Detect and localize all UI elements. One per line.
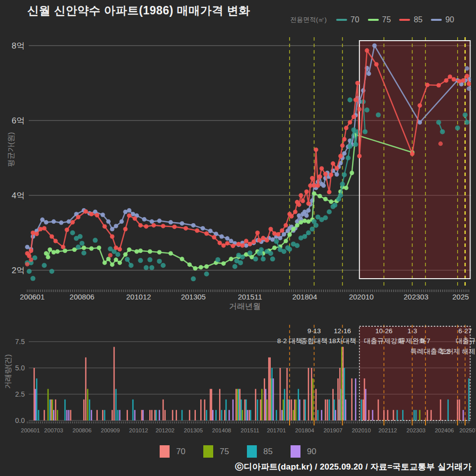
data-point[interactable] xyxy=(310,227,315,232)
data-point[interactable] xyxy=(348,144,353,149)
volume-bar-85[interactable] xyxy=(156,410,157,420)
data-point[interactable] xyxy=(52,250,56,254)
volume-bar-70[interactable] xyxy=(287,368,288,420)
volume-bar-85[interactable] xyxy=(181,410,183,420)
volume-bar-90[interactable] xyxy=(321,410,322,420)
volume-bar-85[interactable] xyxy=(245,400,247,420)
data-point[interactable] xyxy=(61,245,65,249)
data-point[interactable] xyxy=(225,241,230,245)
data-point[interactable] xyxy=(114,224,118,228)
data-point[interactable] xyxy=(42,263,47,268)
volume-bar-75[interactable] xyxy=(52,400,54,420)
data-point[interactable] xyxy=(364,108,369,113)
volume-bar-70[interactable] xyxy=(337,378,339,420)
volume-bar-85[interactable] xyxy=(402,410,404,420)
data-point[interactable] xyxy=(157,219,162,223)
data-point[interactable] xyxy=(366,71,371,76)
data-point[interactable] xyxy=(317,194,322,198)
data-point[interactable] xyxy=(348,97,353,102)
volume-bar-75[interactable] xyxy=(419,410,420,420)
volume-bar-70[interactable] xyxy=(294,400,296,420)
data-point[interactable] xyxy=(452,77,456,81)
data-point[interactable] xyxy=(169,251,173,256)
volume-bar-85[interactable] xyxy=(468,378,470,420)
data-point[interactable] xyxy=(410,152,415,156)
data-point[interactable] xyxy=(180,257,184,261)
volume-bar-85[interactable] xyxy=(305,400,306,420)
volume-bar-70[interactable] xyxy=(194,410,196,420)
data-point[interactable] xyxy=(149,265,154,270)
volume-bar-75[interactable] xyxy=(242,410,243,420)
volume-bar-85[interactable] xyxy=(117,410,119,420)
volume-bar-70[interactable] xyxy=(289,400,291,420)
data-point[interactable] xyxy=(81,250,86,255)
data-point[interactable] xyxy=(123,252,127,257)
volume-bar-70[interactable] xyxy=(332,389,334,420)
data-point[interactable] xyxy=(354,98,358,102)
data-point[interactable] xyxy=(148,249,152,254)
data-point[interactable] xyxy=(425,83,429,87)
volume-bar-85[interactable] xyxy=(334,400,335,420)
data-point[interactable] xyxy=(70,231,75,236)
data-point[interactable] xyxy=(331,161,335,166)
volume-legend-item-70[interactable]: 70 xyxy=(160,445,185,458)
volume-bar-90[interactable] xyxy=(335,410,336,420)
data-point[interactable] xyxy=(344,126,349,130)
data-point[interactable] xyxy=(76,244,81,249)
volume-bar-85[interactable] xyxy=(36,378,38,420)
data-point[interactable] xyxy=(340,181,345,186)
data-point[interactable] xyxy=(152,223,156,228)
data-point[interactable] xyxy=(255,231,260,235)
data-point[interactable] xyxy=(465,74,469,78)
data-point[interactable] xyxy=(467,86,471,91)
data-point[interactable] xyxy=(314,147,318,152)
data-point[interactable] xyxy=(127,208,131,213)
volume-bar-85[interactable] xyxy=(89,400,90,420)
data-point[interactable] xyxy=(106,219,111,224)
volume-bar-90[interactable] xyxy=(233,400,234,420)
data-point[interactable] xyxy=(157,250,162,254)
volume-bar-70[interactable] xyxy=(260,400,261,420)
data-point[interactable] xyxy=(79,241,84,246)
data-point[interactable] xyxy=(127,247,131,252)
data-point[interactable] xyxy=(187,262,192,267)
data-point[interactable] xyxy=(183,226,188,231)
data-point[interactable] xyxy=(261,236,265,240)
volume-bar-70[interactable] xyxy=(325,400,326,420)
volume-bar-70[interactable] xyxy=(339,368,341,420)
data-point[interactable] xyxy=(327,190,331,194)
volume-bar-70[interactable] xyxy=(149,410,151,420)
data-point[interactable] xyxy=(329,173,333,177)
data-point[interactable] xyxy=(455,125,460,130)
data-point[interactable] xyxy=(365,48,369,53)
data-point[interactable] xyxy=(172,225,177,229)
data-point[interactable] xyxy=(108,253,113,257)
data-point[interactable] xyxy=(298,193,303,198)
data-point[interactable] xyxy=(261,256,266,261)
volume-bar-75[interactable] xyxy=(57,410,59,420)
data-point[interactable] xyxy=(161,224,166,228)
data-point[interactable] xyxy=(95,213,99,218)
data-point[interactable] xyxy=(467,82,471,86)
data-point[interactable] xyxy=(319,166,324,171)
data-point[interactable] xyxy=(306,219,311,224)
data-point[interactable] xyxy=(268,251,273,256)
data-point[interactable] xyxy=(215,257,220,262)
data-point[interactable] xyxy=(338,154,343,158)
volume-bar-85[interactable] xyxy=(329,400,330,420)
data-point[interactable] xyxy=(29,257,33,262)
volume-bar-85[interactable] xyxy=(317,410,319,420)
data-point[interactable] xyxy=(180,221,184,226)
data-point[interactable] xyxy=(195,228,199,233)
volume-bar-70[interactable] xyxy=(102,410,104,420)
data-point[interactable] xyxy=(40,218,45,222)
volume-bar-90[interactable] xyxy=(355,378,357,420)
data-point[interactable] xyxy=(288,233,292,237)
volume-bar-75[interactable] xyxy=(341,347,343,420)
volume-bar-85[interactable] xyxy=(250,410,251,420)
data-point[interactable] xyxy=(125,257,130,262)
data-point[interactable] xyxy=(313,223,318,228)
volume-bar-90[interactable] xyxy=(68,410,69,420)
volume-bar-70[interactable] xyxy=(204,400,206,420)
data-point[interactable] xyxy=(25,245,30,249)
